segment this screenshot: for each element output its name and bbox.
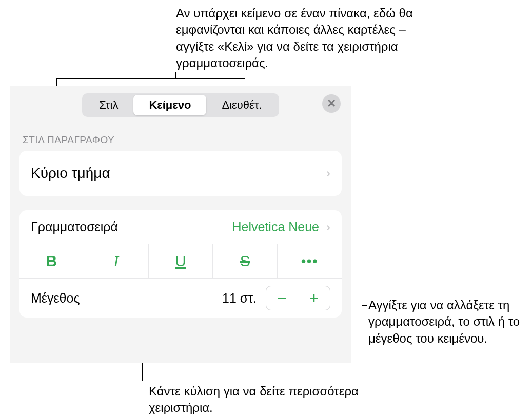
callout-bracket-top (56, 78, 245, 86)
strikethrough-button[interactable]: S (213, 244, 278, 278)
size-decrease-button[interactable]: − (266, 286, 298, 310)
callout-leader (362, 305, 367, 306)
tab-text[interactable]: Κείμενο (133, 95, 206, 115)
size-value: 11 στ. (222, 291, 257, 306)
font-row[interactable]: Γραμματοσειρά Helvetica Neue › (19, 210, 342, 244)
text-style-row: B I U S ••• (19, 244, 342, 279)
callout-bottom-text: Κάντε κύλιση για να δείτε περισσότερα χε… (149, 383, 364, 416)
panel-header: Στιλ Κείμενο Διευθέτ. ✕ (10, 86, 351, 122)
tab-segmented-control: Στιλ Κείμενο Διευθέτ. (82, 93, 279, 117)
size-label: Μέγεθος (31, 291, 80, 306)
more-options-button[interactable]: ••• (278, 244, 342, 278)
close-button[interactable]: ✕ (322, 94, 341, 113)
chevron-right-icon: › (326, 220, 330, 234)
bold-button[interactable]: B (19, 244, 84, 278)
font-section: Γραμματοσειρά Helvetica Neue › B I U S •… (19, 210, 342, 318)
size-stepper: − + (266, 286, 330, 310)
callout-right-text: Αγγίξτε για να αλλάξετε τη γραμματοσειρά… (368, 297, 527, 347)
chevron-right-icon: › (326, 166, 330, 181)
close-icon: ✕ (327, 97, 336, 110)
tab-style[interactable]: Στιλ (84, 95, 133, 115)
size-row: Μέγεθος 11 στ. − + (19, 279, 342, 318)
italic-button[interactable]: I (84, 244, 149, 278)
format-panel: Στιλ Κείμενο Διευθέτ. ✕ ΣΤΙΛ ΠΑΡΑΓΡΑΦΟΥ … (10, 86, 351, 363)
callout-bracket-right (355, 239, 362, 355)
callout-top-text: Αν υπάρχει κείμενο σε έναν πίνακα, εδώ θ… (176, 5, 443, 72)
tab-arrange[interactable]: Διευθέτ. (206, 95, 277, 115)
paragraph-style-section-label: ΣΤΙΛ ΠΑΡΑΓΡΑΦΟΥ (10, 122, 351, 151)
callout-leader (175, 72, 176, 78)
size-increase-button[interactable]: + (298, 286, 330, 310)
font-label: Γραμματοσειρά (31, 220, 118, 234)
font-value: Helvetica Neue (232, 220, 319, 234)
paragraph-style-row[interactable]: Κύριο τμήμα › (19, 151, 342, 196)
paragraph-style-value: Κύριο τμήμα (31, 165, 110, 182)
underline-button[interactable]: U (149, 244, 213, 278)
